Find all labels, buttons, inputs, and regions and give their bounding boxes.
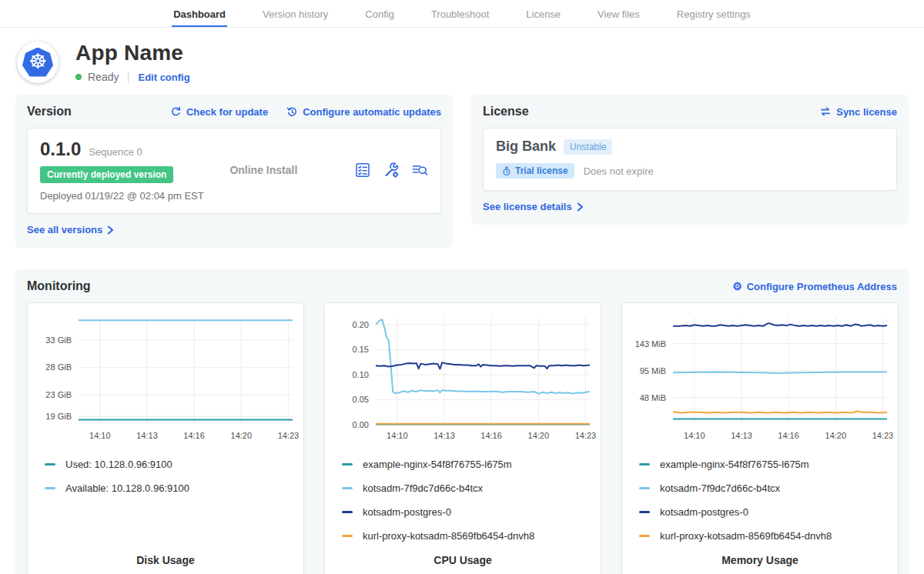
legend-item: Used: 10.128.0.96:9100 [45,459,286,470]
legend-label: kotsadm-postgres-0 [660,506,748,518]
view-logs-icon[interactable] [411,162,428,179]
svg-text:14:20: 14:20 [825,431,847,440]
legend-dash-icon [45,463,55,466]
svg-text:14:13: 14:13 [136,431,158,440]
tab-dashboard[interactable]: Dashboard [172,0,227,27]
disk-usage-chart-card: 33 GiB28 GiB23 GiB19 GiB14:1014:1314:161… [27,302,304,574]
svg-text:95 MiB: 95 MiB [640,366,666,375]
top-nav: DashboardVersion historyConfigTroublesho… [0,0,924,28]
chart-legend: example-nginx-54f8f76755-l675mkotsadm-7f… [325,446,601,542]
memory-usage-chart-card: 143 MiB95 MiB48 MiB14:1014:1314:1614:201… [621,302,899,574]
series-line [376,362,590,369]
svg-text:14:23: 14:23 [278,431,300,440]
chart-plot: 33 GiB28 GiB23 GiB19 GiB14:1014:1314:161… [28,311,303,443]
tab-troubleshoot[interactable]: Troubleshoot [430,0,490,27]
chart-legend: Used: 10.128.0.96:9100Available: 10.128.… [28,446,303,494]
legend-label: kotsadm-7f9dc7d66c-b4tcx [660,482,780,494]
legend-item: kurl-proxy-kotsadm-8569fb6454-dnvh8 [342,530,584,542]
gear-icon: ⚙ [732,281,742,292]
legend-dash-icon [342,487,353,489]
chart-title: Disk Usage [28,542,303,566]
svg-text:23 GiB: 23 GiB [45,390,72,399]
trial-license-badge: Trial license [496,163,574,179]
chevron-right-icon [577,202,584,212]
monitoring-section: Monitoring ⚙ Configure Prometheus Addres… [15,269,909,574]
svg-text:0.10: 0.10 [353,370,369,379]
legend-label: kotsadm-postgres-0 [363,506,451,518]
configure-prometheus-button[interactable]: ⚙ Configure Prometheus Address [732,281,897,292]
status-dot-icon [75,74,82,80]
license-name: Big Bank [496,138,556,155]
refresh-icon [170,106,182,118]
svg-text:14:16: 14:16 [480,431,502,440]
chart-legend: example-nginx-54f8f76755-l675mkotsadm-7f… [622,446,898,542]
config-wrench-icon[interactable] [383,162,400,179]
monitoring-title: Monitoring [27,279,91,293]
tab-license[interactable]: License [524,0,562,27]
version-title: Version [27,105,72,118]
kubernetes-icon: ☸ [22,48,53,77]
svg-text:0.00: 0.00 [353,420,369,429]
edit-config-link[interactable]: Edit config [138,72,189,83]
app-logo: ☸ [17,42,59,83]
preflight-checks-icon[interactable] [354,162,371,179]
chart-plot-wrap: 33 GiB28 GiB23 GiB19 GiB14:1014:1314:161… [28,311,303,446]
app-header: ☸ App Name Ready Edit config [15,28,909,95]
series-line [673,323,887,326]
clock-refresh-icon [286,106,298,118]
svg-text:33 GiB: 33 GiB [45,335,72,345]
svg-text:19 GiB: 19 GiB [45,412,72,421]
install-type-label: Online Install [229,164,297,176]
license-title: License [483,105,529,118]
tab-view-files[interactable]: View files [596,0,641,27]
channel-badge: Unstable [564,139,612,155]
tab-config[interactable]: Config [363,0,396,27]
svg-text:0.05: 0.05 [353,395,369,404]
svg-text:14:13: 14:13 [434,431,455,440]
legend-dash-icon [342,511,353,513]
license-expiry: Does not expire [584,165,654,177]
chart-plot: 143 MiB95 MiB48 MiB14:1014:1314:1614:201… [622,311,898,443]
license-card: License Sync license Big Bank Unstable [471,95,909,225]
svg-text:14:20: 14:20 [528,431,550,440]
series-line [673,411,887,412]
svg-text:14:10: 14:10 [684,431,705,440]
legend-label: Available: 10.128.0.96:9100 [65,482,189,494]
top-cards-row: Version Check for update Configure autom… [15,95,909,248]
tab-registry-settings[interactable]: Registry settings [675,0,752,27]
legend-dash-icon [639,463,650,466]
legend-label: kurl-proxy-kotsadm-8569fb6454-dnvh8 [660,530,832,542]
legend-dash-icon [342,463,353,466]
legend-label: Used: 10.128.0.96:9100 [65,459,172,470]
see-all-versions-link[interactable]: See all versions [27,224,114,235]
status-text: Ready [88,71,119,83]
chart-plot-wrap: 0.200.150.100.050.0014:1014:1314:1614:20… [325,311,601,446]
deployed-version-card: 0.1.0 Sequence 0 Currently deployed vers… [27,128,441,214]
configure-automatic-updates-button[interactable]: Configure automatic updates [286,106,441,118]
tab-version-history[interactable]: Version history [261,0,330,27]
charts-row: 33 GiB28 GiB23 GiB19 GiB14:1014:1314:161… [27,302,897,574]
check-for-update-button[interactable]: Check for update [170,106,268,118]
chart-plot: 0.200.150.100.050.0014:1014:1314:1614:20… [325,311,601,443]
svg-text:14:20: 14:20 [231,431,253,440]
legend-label: example-nginx-54f8f76755-l675m [363,459,512,470]
dashboard-content: ☸ App Name Ready Edit config Version [0,28,924,574]
legend-dash-icon [342,535,353,537]
svg-text:14:13: 14:13 [731,431,752,440]
sync-license-button[interactable]: Sync license [819,106,897,118]
version-sequence: Sequence 0 [89,146,142,158]
legend-item: kotsadm-7f9dc7d66c-b4tcx [342,482,584,494]
svg-text:0.20: 0.20 [353,320,369,329]
legend-label: kotsadm-7f9dc7d66c-b4tcx [363,482,483,494]
legend-item: kotsadm-postgres-0 [639,506,881,518]
chevron-right-icon [107,225,114,235]
svg-text:28 GiB: 28 GiB [45,362,72,372]
legend-item: kotsadm-7f9dc7d66c-b4tcx [639,482,881,494]
legend-item: kurl-proxy-kotsadm-8569fb6454-dnvh8 [639,530,881,542]
legend-label: example-nginx-54f8f76755-l675m [660,459,809,470]
svg-text:0.15: 0.15 [353,345,369,354]
see-license-details-link[interactable]: See license details [483,201,584,212]
legend-label: kurl-proxy-kotsadm-8569fb6454-dnvh8 [363,530,534,542]
version-number: 0.1.0 [40,138,81,160]
series-line [376,319,590,393]
